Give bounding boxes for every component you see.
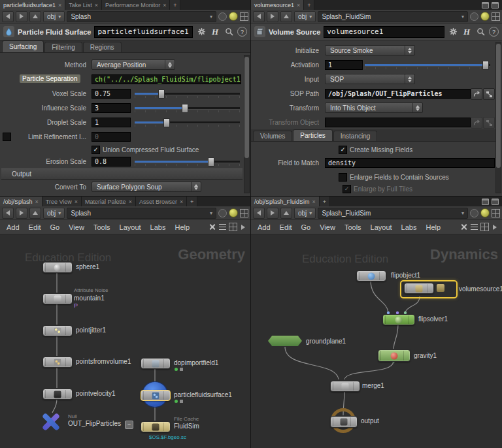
back-button[interactable] [253, 11, 265, 22]
transform-object-field[interactable] [325, 118, 471, 127]
menu-go[interactable]: Go [297, 222, 315, 232]
tab-volumes[interactable]: Volumes [253, 131, 292, 141]
pane-layout-icon[interactable] [240, 12, 248, 21]
close-icon[interactable]: × [163, 2, 166, 8]
up-button[interactable] [280, 11, 292, 22]
new-tab-button[interactable]: + [320, 197, 330, 206]
node-pointvelocity1[interactable] [42, 389, 73, 400]
tab-performance-monitor[interactable]: Performance Monitor × [102, 0, 170, 10]
influence-scale-field[interactable]: 3 [92, 103, 131, 113]
node-mountain1[interactable] [42, 293, 73, 304]
field-to-match-field[interactable]: density [325, 158, 495, 168]
tab-asset-browser[interactable]: Asset Browser × [136, 197, 187, 206]
pane-float-icon[interactable] [492, 199, 499, 205]
pin-icon[interactable] [218, 12, 227, 21]
menu-help[interactable]: Help [422, 222, 444, 232]
close-icon[interactable]: × [297, 2, 300, 8]
tab-tree-view[interactable]: Tree View × [42, 197, 82, 206]
slider-handle[interactable] [482, 61, 489, 70]
influence-scale-slider[interactable] [135, 103, 240, 113]
parameters-scrollbar[interactable] [244, 55, 250, 193]
menu-add[interactable]: Add [3, 222, 24, 232]
help-icon[interactable]: ? [237, 27, 247, 37]
play-icon[interactable] [490, 223, 499, 232]
close-icon[interactable]: × [58, 2, 61, 8]
menu-layout[interactable]: Layout [116, 222, 145, 232]
param-label-highlighted[interactable]: Particle Separation [20, 74, 80, 83]
houdini-logo-icon[interactable]: H [210, 27, 220, 37]
back-button[interactable] [253, 208, 265, 219]
link-indicator-icon[interactable] [480, 12, 490, 21]
close-icon[interactable]: × [95, 2, 98, 8]
close-icon[interactable]: × [180, 199, 183, 205]
node-path-dropdown[interactable]: Splash ▾ [67, 208, 216, 219]
tab-volumesource1[interactable]: volumesource1 × [251, 0, 304, 10]
menu-view[interactable]: View [316, 222, 339, 232]
tab-obj-splash-fluidsim[interactable]: /obj/Splash_FluidSim × [251, 197, 320, 206]
tab-material-palette[interactable]: Material Palette × [82, 197, 136, 206]
pane-float-icon[interactable] [492, 2, 499, 8]
activation-field[interactable]: 1 [325, 60, 363, 70]
help-icon[interactable]: ? [489, 27, 499, 37]
tab-obj-splash[interactable]: /obj/Splash × [0, 197, 42, 206]
new-tab-button[interactable]: + [187, 197, 197, 206]
tools-icon[interactable] [207, 223, 216, 232]
pane-layout-icon[interactable] [492, 209, 500, 217]
grid-icon[interactable] [228, 223, 237, 232]
search-icon[interactable] [475, 27, 486, 37]
scrollbar-thumb[interactable] [244, 57, 249, 158]
forward-button[interactable] [16, 208, 27, 219]
node-dopimportfield1[interactable] [141, 358, 171, 369]
union-compressed-checkbox[interactable]: ✓ [92, 146, 100, 154]
up-button[interactable] [29, 208, 41, 219]
network-canvas[interactable]: Education Edition Dynamics [251, 234, 502, 448]
tab-particlefluidsurface1[interactable]: particlefluidsurface1 × [0, 0, 65, 10]
context-dropdown[interactable]: obj ▾ [43, 11, 65, 22]
method-dropdown[interactable]: Average Position [92, 59, 175, 70]
menu-help[interactable]: Help [171, 222, 193, 232]
slider-handle[interactable] [182, 104, 188, 113]
particle-separation-field[interactable]: ch("../../Splash_FluidSim/flipobject1/pa [92, 74, 241, 84]
limit-refinement-field[interactable]: 0 [92, 132, 131, 142]
node-pointjitter1[interactable] [42, 325, 73, 336]
activation-slider[interactable] [365, 60, 490, 70]
node-path-dropdown[interactable]: Splash_FluidSim ▾ [318, 11, 468, 22]
tab-take-list[interactable]: Take List × [65, 0, 102, 10]
node-chooser-button[interactable] [483, 88, 495, 100]
menu-go[interactable]: Go [46, 222, 64, 232]
network-canvas[interactable]: Education Edition Geometry sphere1 Attri… [0, 234, 250, 448]
node-flipsolver1[interactable] [382, 314, 415, 325]
menu-tools[interactable]: Tools [341, 222, 365, 232]
up-button[interactable] [280, 208, 292, 219]
pane-menu-icon[interactable] [482, 199, 489, 205]
pane-menu-icon[interactable] [482, 2, 489, 8]
output-section-header[interactable]: Output [1, 168, 243, 180]
tab-regions[interactable]: Regions [83, 42, 122, 52]
erosion-scale-slider[interactable] [135, 157, 240, 167]
transform-dropdown[interactable]: Into This Object [325, 103, 423, 113]
grid-icon[interactable] [480, 223, 489, 232]
menu-add[interactable]: Add [254, 222, 275, 232]
back-button[interactable] [2, 11, 14, 22]
slider-handle[interactable] [163, 118, 170, 127]
houdini-logo-icon[interactable]: H [461, 27, 472, 37]
close-icon[interactable]: × [75, 199, 78, 205]
pin-icon[interactable] [470, 209, 478, 217]
node-name-field[interactable]: volumesource1 [324, 26, 444, 38]
menu-layout[interactable]: Layout [367, 222, 396, 232]
up-button[interactable] [29, 11, 41, 22]
list-icon[interactable] [469, 223, 478, 232]
reselect-node-button[interactable] [471, 88, 482, 100]
node-out-flipparticles[interactable] [41, 412, 61, 432]
node-name-field[interactable]: particlefluidsurface1 [94, 26, 193, 38]
parameters-scrollbar[interactable] [495, 42, 501, 193]
menu-labs[interactable]: Labs [397, 222, 421, 232]
context-dropdown[interactable]: obj ▾ [43, 208, 65, 219]
node-groundplane1[interactable] [268, 336, 302, 346]
close-icon[interactable]: × [129, 199, 132, 205]
sop-path-field[interactable]: /obj/Splash/OUT_FlipParticles [325, 89, 471, 99]
tab-instancing[interactable]: Instancing [333, 131, 378, 141]
droplet-scale-slider[interactable] [135, 118, 240, 127]
search-icon[interactable] [224, 27, 234, 37]
tab-filtering[interactable]: Filtering [44, 42, 82, 52]
